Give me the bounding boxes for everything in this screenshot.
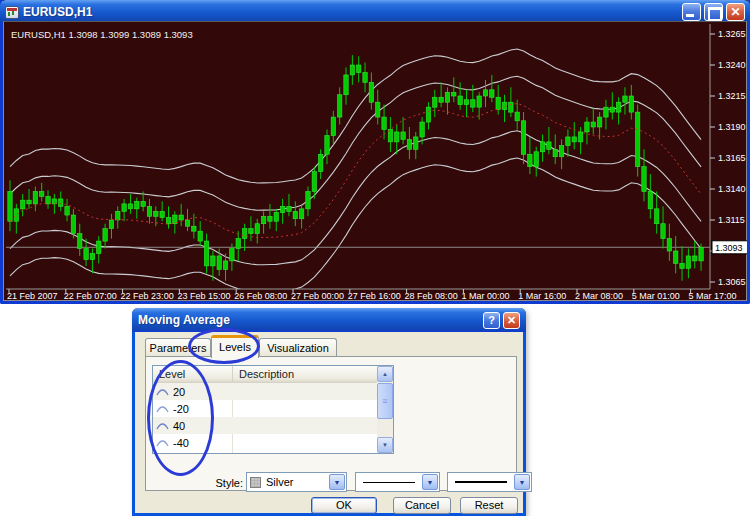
candle-body	[585, 122, 589, 132]
tab-visualization[interactable]: Visualization	[259, 338, 337, 357]
candle-body	[84, 249, 88, 260]
price-tick-label: 1.3115	[718, 215, 745, 225]
price-tick-label: 1.3065	[718, 277, 746, 287]
candle-body	[464, 100, 468, 105]
level-value: 40	[173, 420, 185, 432]
ok-button[interactable]: OK	[311, 497, 377, 514]
tab-parameters[interactable]: Parameters	[145, 338, 211, 357]
level-row[interactable]: -20	[153, 400, 378, 417]
maximize-button[interactable]	[704, 3, 723, 21]
candle-body	[597, 117, 601, 127]
candle-body	[547, 142, 551, 149]
candle-body	[280, 206, 284, 212]
column-header-level[interactable]: Level	[153, 366, 233, 383]
level-row[interactable]: 20	[153, 383, 378, 400]
column-header-description[interactable]: Description	[233, 366, 379, 383]
scroll-up-icon[interactable]: ▲	[377, 366, 393, 382]
scroll-down-icon[interactable]: ▼	[377, 437, 393, 453]
candle-body	[648, 191, 652, 208]
candle-body	[458, 96, 462, 105]
levels-tab-panel: Level Description 20 -20 40 -40	[145, 356, 517, 491]
level-row[interactable]: 40	[153, 417, 378, 434]
candle-body	[642, 167, 646, 192]
candle-body	[249, 229, 253, 234]
silver-color-swatch-icon	[250, 477, 261, 488]
dialog-title-bar[interactable]: Moving Average ? ✕	[132, 308, 526, 332]
candle-body	[528, 154, 532, 166]
chart-window: EURUSD,H1 1.32651.32401.32151.31901.3165…	[0, 0, 750, 304]
time-tick-label: 22 Feb 23:00	[121, 291, 174, 300]
time-tick-label: 26 Feb 08:00	[234, 291, 287, 300]
level-value: 20	[173, 386, 185, 398]
level-color-combo[interactable]: Silver ▼	[246, 472, 347, 492]
candle-body	[439, 97, 443, 102]
candle-body	[65, 206, 69, 215]
candle-body	[141, 201, 145, 206]
levels-table[interactable]: Level Description 20 -20 40 -40	[152, 365, 394, 454]
cancel-button[interactable]: Cancel	[393, 497, 451, 514]
candle-body	[686, 256, 690, 268]
minimize-button[interactable]	[682, 3, 701, 21]
chevron-down-icon[interactable]: ▼	[422, 474, 438, 490]
candle-body	[350, 65, 354, 75]
candle-body	[629, 96, 633, 112]
dialog-title: Moving Average	[138, 313, 480, 327]
candle-body	[540, 142, 544, 152]
candle-body	[699, 247, 703, 261]
time-tick-label: 5 Mar 01:00	[632, 291, 680, 300]
candle-body	[566, 137, 570, 146]
candle-body	[192, 226, 196, 231]
price-tick-label: 1.3240	[718, 60, 746, 70]
level-row[interactable]: -40	[153, 434, 378, 451]
candle-body	[306, 191, 310, 208]
candle-body	[578, 132, 582, 142]
candle-body	[20, 200, 24, 209]
candle-body	[318, 154, 322, 171]
candle-body	[147, 206, 151, 216]
candle-body	[477, 96, 481, 107]
plot-area[interactable]	[6, 49, 710, 292]
candle-body	[179, 215, 183, 220]
chevron-down-icon[interactable]: ▼	[514, 474, 530, 490]
candle-body	[261, 216, 265, 223]
tab-levels[interactable]: Levels	[211, 335, 259, 358]
dialog-close-icon[interactable]: ✕	[503, 312, 520, 329]
candle-body	[363, 72, 367, 82]
candle-body	[521, 121, 525, 154]
time-tick-label: 21 Feb 2007	[7, 291, 58, 300]
time-tick-label: 2 Mar 08:00	[575, 291, 623, 300]
candle-body	[369, 82, 373, 102]
chart-canvas[interactable]: 1.32651.32401.32151.31901.31651.31401.31…	[3, 21, 747, 301]
candle-body	[59, 199, 63, 206]
candle-body	[407, 139, 411, 149]
candle-body	[635, 112, 639, 167]
line-style-combo[interactable]: ▼	[355, 472, 440, 492]
level-value: -40	[173, 437, 189, 449]
candle-body	[8, 191, 12, 221]
candle-body	[471, 100, 475, 107]
candle-body	[97, 241, 101, 253]
candle-body	[534, 152, 538, 167]
candle-body	[654, 209, 658, 224]
reset-button[interactable]: Reset	[460, 497, 518, 514]
candle-body	[357, 65, 361, 72]
chevron-down-icon[interactable]: ▼	[329, 474, 345, 490]
help-icon[interactable]: ?	[483, 312, 500, 329]
chart-window-icon	[5, 6, 19, 19]
candle-body	[122, 204, 126, 211]
price-chart-svg[interactable]: 1.32651.32401.32151.31901.31651.31401.31…	[4, 22, 747, 300]
candle-body	[274, 213, 278, 222]
candle-body	[376, 102, 380, 117]
line-width-combo[interactable]: ▼	[447, 472, 532, 492]
candle-body	[40, 191, 44, 196]
candle-body	[515, 112, 519, 121]
candle-body	[242, 229, 246, 239]
candle-body	[78, 234, 82, 249]
level-value: -20	[173, 403, 189, 415]
scroll-thumb[interactable]	[377, 383, 393, 419]
price-tick-label: 1.3265	[718, 29, 746, 39]
scrollbar[interactable]: ▲ ▼	[377, 366, 393, 453]
close-button[interactable]	[726, 3, 745, 21]
candle-body	[667, 239, 671, 251]
window-title: EURUSD,H1	[23, 5, 679, 19]
